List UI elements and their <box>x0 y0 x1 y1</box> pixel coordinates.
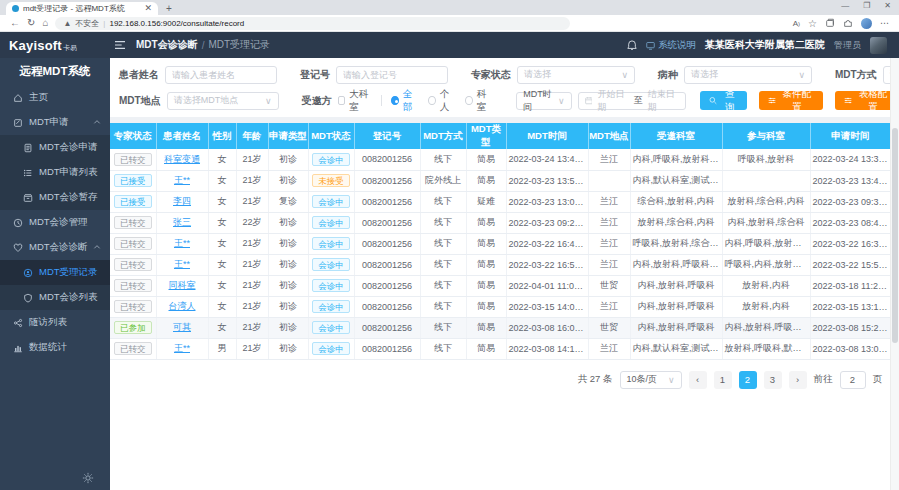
patient-name-link[interactable]: 王** <box>174 238 190 248</box>
patient-name-link[interactable]: 李四 <box>173 196 191 206</box>
sidebar-item-follow-up-list[interactable]: 随访列表 <box>0 310 110 335</box>
window-close-icon[interactable]: ✕ <box>884 1 891 10</box>
radio-personal[interactable] <box>428 96 436 105</box>
page-button-3[interactable]: 3 <box>764 371 782 389</box>
scrollbar-thumb[interactable] <box>892 128 898 343</box>
sidebar-item-data-statistics[interactable]: 数据统计 <box>0 335 110 360</box>
security-warning-icon[interactable]: ▲ <box>63 19 71 28</box>
page-button-2[interactable]: 2 <box>739 371 757 389</box>
big-dept-checkbox[interactable] <box>338 96 346 105</box>
cell-age: 22岁 <box>236 212 268 233</box>
settings-gear-icon[interactable] <box>82 472 94 484</box>
patient-name-link[interactable]: 王** <box>174 343 190 353</box>
page-size-select[interactable]: 10条/页∨ <box>620 371 682 389</box>
patient-name-link[interactable]: 科室变通 <box>164 154 200 164</box>
system-help-icon <box>646 41 655 50</box>
cell-reg-no: 0082001256 <box>354 233 420 254</box>
reg-no-input[interactable] <box>336 66 448 84</box>
user-avatar[interactable] <box>870 37 887 54</box>
back-icon[interactable]: ← <box>10 18 20 28</box>
favorites-star-icon[interactable]: ☆ <box>808 18 817 29</box>
patient-name-link[interactable]: 王** <box>174 259 190 269</box>
condition-config-button[interactable]: 条件配置 <box>759 91 823 110</box>
cell-gender: 女 <box>208 212 236 233</box>
more-menu-icon[interactable]: ⋯ <box>880 18 889 28</box>
browser-tab[interactable]: mdt受理记录 - 远程MDT系统 ✕ <box>6 2 158 15</box>
prev-page-button[interactable]: ‹ <box>689 371 707 389</box>
cell-gender: 女 <box>208 254 236 275</box>
expert-status-select[interactable]: 请选择∨ <box>517 66 635 84</box>
patient-name-input[interactable] <box>165 66 277 84</box>
sidebar-item-mdt-consult-draft[interactable]: MDT会诊暂存 <box>0 185 110 210</box>
refresh-icon[interactable]: ↻ <box>27 18 35 28</box>
expert-status-tag: 已转交 <box>114 153 152 166</box>
archive-icon <box>23 193 33 203</box>
patient-name-link[interactable]: 台湾人 <box>169 301 196 311</box>
next-page-button[interactable]: › <box>789 371 807 389</box>
patient-name-link[interactable]: 王** <box>174 175 190 185</box>
cell-mdt-status: 会诊中 <box>308 212 354 233</box>
chevron-up-icon <box>93 118 101 126</box>
mdt-time-select[interactable]: MDT时间∨ <box>516 92 571 110</box>
sidebar-item-mdt-apply-list[interactable]: MDT申请列表 <box>0 160 110 185</box>
sidebar-nav: 主页MDT申请MDT会诊申请MDT申请列表MDT会诊暂存MDT会诊管理MDT会诊… <box>0 85 110 360</box>
read-aloud-icon[interactable]: A) <box>793 19 800 28</box>
page-button-1[interactable]: 1 <box>714 371 732 389</box>
expert-status-tag: 已转交 <box>114 237 152 250</box>
sidebar-item-mdt-apply[interactable]: MDT申请 <box>0 110 110 135</box>
cell-mdt-place: 世贸 <box>588 317 630 338</box>
edit-icon <box>13 118 23 128</box>
search-button[interactable]: 查询 <box>700 91 747 110</box>
new-tab-button[interactable]: + <box>166 2 172 15</box>
disease-select[interactable]: 请选择∨ <box>684 66 812 84</box>
sidebar-item-home[interactable]: 主页 <box>0 85 110 110</box>
chevron-down-icon: ∨ <box>668 375 675 385</box>
big-dept-checkbox-label[interactable]: 大科室 <box>349 88 372 114</box>
breadcrumb-parent[interactable]: MDT会诊诊断 <box>136 38 198 52</box>
collections-icon[interactable] <box>825 18 835 28</box>
system-help-link[interactable]: 系统说明 <box>646 39 696 52</box>
notification-bell-icon[interactable] <box>627 40 637 51</box>
mdt-place-select[interactable]: 请选择MDT地点∨ <box>167 92 279 110</box>
sidebar-item-mdt-consult-apply[interactable]: MDT会诊申请 <box>0 135 110 160</box>
home-icon[interactable]: ⌂ <box>42 18 48 28</box>
radio-all[interactable] <box>391 96 399 105</box>
table-row: 已转交台湾人女21岁初诊会诊中0082001256线下简易2022-03-15 … <box>110 296 890 317</box>
mdt-status-tag: 会诊中 <box>312 321 350 334</box>
reg-no-label: 登记号 <box>300 68 330 82</box>
cell-mdt-type: 简易 <box>466 338 506 359</box>
cell-reg-no: 0082001256 <box>354 254 420 275</box>
chevron-down-icon: ∨ <box>798 70 805 80</box>
scrollbar[interactable] <box>890 58 899 490</box>
patient-name-link[interactable]: 同科室 <box>169 280 196 290</box>
goto-page-input[interactable] <box>840 371 866 389</box>
cell-gender: 女 <box>208 233 236 254</box>
window-maximize-icon[interactable]: ❐ <box>863 1 870 10</box>
extensions-icon[interactable] <box>843 18 853 28</box>
cell-mdt-time: 2022-03-08 16:00:00 <box>506 317 588 338</box>
patient-name-link[interactable]: 可其 <box>173 322 191 332</box>
radio-dept[interactable] <box>465 96 473 105</box>
cell-joined: 放射科,内科 <box>722 275 810 296</box>
column-header: 申请时间 <box>810 123 890 149</box>
sidebar-item-mdt-consult-list[interactable]: MDT会诊列表 <box>0 285 110 310</box>
cell-mdt-place: 兰江 <box>588 254 630 275</box>
cell-apply-type: 初诊 <box>268 338 308 359</box>
cell-mdt-place <box>588 170 630 191</box>
patient-name-link[interactable]: 张三 <box>173 217 191 227</box>
sidebar-item-mdt-consult-diagnose[interactable]: MDT会诊诊断 <box>0 235 110 260</box>
sidebar-item-mdt-consult-manage[interactable]: MDT会诊管理 <box>0 210 110 235</box>
cell-mdt-status: 会诊中 <box>308 317 354 338</box>
cell-mdt-time: 2022-03-23 13:50:00 <box>506 170 588 191</box>
tab-close-icon[interactable]: ✕ <box>144 4 152 13</box>
chart-icon <box>13 343 23 353</box>
sidebar-item-mdt-accept-record[interactable]: MDT受理记录 <box>0 260 110 285</box>
cell-mdt-type: 简易 <box>466 296 506 317</box>
cell-mdt-mode: 线下 <box>420 233 466 254</box>
date-range-picker[interactable]: 开始日期 至 结束日期 <box>578 92 687 110</box>
url-field[interactable]: ▲ 不安全 | 192.168.0.156:9002/consultate/re… <box>55 17 570 30</box>
cell-reg-no: 0082001256 <box>354 317 420 338</box>
browser-profile-avatar[interactable] <box>861 18 872 29</box>
menu-collapse-icon[interactable] <box>114 40 126 50</box>
window-minimize-icon[interactable]: — <box>841 1 849 10</box>
